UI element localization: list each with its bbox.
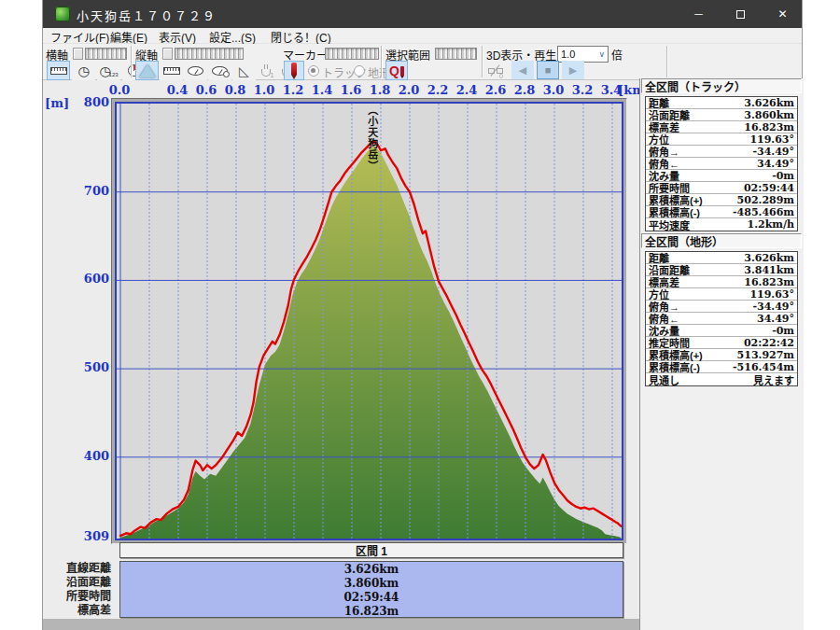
section-value: 16.823m	[120, 604, 623, 618]
x-tick-label: 3.2	[572, 83, 594, 97]
x-tick-label: 3.4	[601, 83, 623, 97]
maximize-icon	[736, 10, 745, 19]
x-tick-label: 2.2	[427, 83, 449, 97]
stat-value: 3.841km	[744, 264, 794, 276]
gauge-clock-icon	[212, 66, 228, 76]
close-icon: ✕	[777, 7, 787, 21]
y-tick-label: 500	[63, 360, 109, 374]
ruler-button[interactable]	[47, 61, 70, 80]
stat-value: 34.49°	[757, 158, 794, 170]
stat-value: 02:59:44	[744, 182, 794, 194]
mountain-icon	[139, 64, 156, 77]
stat-value: -34.49°	[752, 301, 794, 313]
title-bar[interactable]: 小天狗岳１７０７２９ ─ ✕	[43, 0, 802, 28]
clock-button[interactable]: ◷	[72, 61, 95, 80]
x-tick-label: 1.4	[312, 83, 333, 97]
radio-terrain[interactable]	[354, 65, 365, 77]
stat-value: 3.626km	[744, 252, 794, 264]
x-tick-label: 2.8	[514, 83, 536, 97]
x-tick-label: 0.0	[109, 83, 131, 97]
terrain-panel-title: 全区間（地形）	[641, 233, 802, 248]
x-tick-label: 1.2	[283, 83, 304, 97]
3d-view-button: 0	[486, 61, 507, 80]
elevation-plot[interactable]: （小天狗岳）	[115, 102, 623, 540]
forward-button[interactable]: ▶	[562, 61, 584, 79]
marker-slider[interactable]	[325, 48, 379, 60]
radio-track[interactable]	[308, 65, 319, 77]
mountain-button[interactable]	[135, 61, 159, 80]
stat-row: 平均速度1.2km/h	[646, 218, 797, 231]
haxis-slider[interactable]	[85, 48, 127, 60]
stat-row: 見通し見えます	[646, 373, 797, 385]
stop-button[interactable]: ■	[537, 61, 559, 79]
section-header: 区間 1	[119, 542, 623, 558]
vaxis-slider[interactable]	[175, 48, 244, 60]
stat-value: 3.626km	[744, 97, 794, 109]
slope-button[interactable]: ◺	[232, 61, 256, 80]
lasso-pen-button[interactable]: Q	[385, 61, 408, 80]
section-value: 02:59:44	[120, 590, 623, 604]
terrain-stats-table: 距離3.626km沿面距離3.841km標高差16.823m方位119.63°俯…	[645, 251, 798, 386]
ruler-icon	[163, 67, 180, 75]
marker-pen-button[interactable]	[284, 61, 304, 80]
playback-unit: 倍	[611, 47, 623, 63]
gauge-clock-dot	[223, 71, 230, 77]
section-label: 標高差	[43, 604, 111, 618]
toolbar-separator	[381, 46, 383, 77]
plug-1-icon	[261, 69, 271, 77]
y-tick-label: 309	[63, 529, 109, 543]
section-label: 所要時間	[43, 590, 111, 604]
clock-icon: ◷	[77, 64, 89, 77]
stat-value: -0m	[772, 325, 794, 337]
stat-value: -0m	[772, 170, 794, 182]
stat-value: 見えます	[753, 372, 794, 387]
section-value: 3.860km	[120, 576, 623, 590]
stat-value: -485.466m	[733, 206, 794, 218]
forward-icon: ▶	[569, 64, 577, 77]
x-tick-label: 1.6	[341, 83, 362, 97]
terrain-area	[120, 147, 621, 539]
x-tick-label: 3.0	[543, 83, 565, 97]
section-value: 3.626km	[120, 562, 623, 576]
menu-view[interactable]: 表示(V)	[159, 29, 196, 45]
menu-close[interactable]: 閉じる！(C)	[271, 29, 331, 45]
toolbar: 横軸 ◷ ◷123 縦軸 ◺ 1 ʌ マーカー トラック	[43, 44, 802, 80]
app-window: 小天狗岳１７０７２９ ─ ✕ ファイル(F) 編集(E) 表示(V) 設定...…	[42, 0, 803, 630]
stat-value: 119.63°	[749, 133, 794, 146]
stats-panel: 全区間（トラック） 距離3.626km沿面距離3.860km標高差16.823m…	[639, 78, 804, 630]
ruler-icon	[50, 67, 67, 75]
stop-icon: ■	[545, 64, 552, 76]
rewind-button[interactable]: ◀	[511, 61, 534, 79]
toolbar-separator	[482, 46, 483, 77]
stat-value: 16.823m	[744, 276, 794, 288]
stat-value: 119.63°	[749, 288, 794, 301]
menu-file[interactable]: ファイル(F)	[50, 29, 109, 45]
ruler2-button[interactable]	[160, 61, 183, 80]
gauge-button[interactable]	[184, 61, 207, 80]
vaxis-slider-button[interactable]	[162, 48, 173, 60]
x-tick-label: 2.0	[399, 83, 420, 97]
slope-icon: ◺	[239, 64, 249, 77]
menu-edit[interactable]: 編集(E)	[110, 29, 147, 45]
toolbar-separator	[666, 46, 668, 77]
clock-number-button[interactable]: ◷123	[97, 61, 120, 80]
menu-settings[interactable]: 設定...(S)	[209, 29, 256, 45]
lasso-pen-icon	[400, 66, 404, 76]
maximize-button[interactable]	[720, 0, 762, 28]
haxis-slider-button[interactable]	[73, 48, 83, 60]
gauge-clock-button[interactable]	[208, 61, 231, 80]
3d-glasses-icon: 0	[488, 65, 505, 77]
stat-label: 見通し	[649, 372, 679, 387]
minimize-button[interactable]: ─	[678, 0, 720, 28]
selection-slider[interactable]	[435, 48, 477, 60]
chevron-down-icon: ∨	[598, 49, 605, 59]
chart-frame: （小天狗岳）	[111, 98, 627, 544]
stat-value: 502.289m	[737, 194, 794, 206]
track-stats-table: 距離3.626km沿面距離3.860km標高差16.823m方位119.63°俯…	[645, 96, 798, 231]
x-tick-label: 1.8	[370, 83, 391, 97]
peak-label: （小天狗岳）	[367, 105, 377, 172]
close-button[interactable]: ✕	[762, 0, 804, 28]
rewind-icon: ◀	[519, 64, 526, 77]
stat-value: 16.823m	[744, 121, 794, 133]
minimize-icon: ─	[694, 7, 703, 21]
